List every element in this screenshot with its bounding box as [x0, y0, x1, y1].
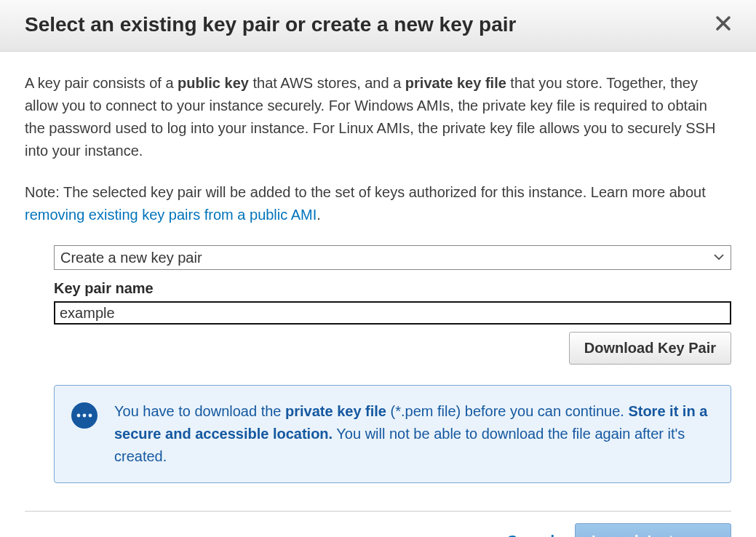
info-text: You have to download the private key fil…: [114, 400, 715, 468]
svg-point-5: [89, 414, 92, 418]
dialog-header: Select an existing key pair or create a …: [0, 0, 756, 52]
cancel-button[interactable]: Cancel: [504, 527, 557, 537]
close-icon[interactable]: [711, 12, 736, 38]
launch-instances-button[interactable]: Launch Instances: [575, 523, 731, 537]
key-pair-dialog: Select an existing key pair or create a …: [0, 0, 756, 537]
info-box: You have to download the private key fil…: [54, 385, 731, 483]
description-paragraph-2: Note: The selected key pair will be adde…: [25, 181, 731, 226]
keypair-option-select[interactable]: Create a new key pair: [54, 245, 731, 270]
info-icon: [71, 402, 98, 468]
keypair-option-select-wrap: Create a new key pair: [54, 245, 731, 270]
keypair-name-input[interactable]: [54, 301, 731, 325]
description-paragraph-1: A key pair consists of a public key that…: [25, 72, 731, 162]
download-keypair-button[interactable]: Download Key Pair: [569, 332, 731, 365]
keypair-name-label: Key pair name: [54, 277, 731, 300]
svg-point-3: [77, 414, 81, 418]
form-block: Create a new key pair Key pair name Down…: [54, 245, 731, 365]
dialog-footer: Cancel Launch Instances: [25, 511, 731, 537]
dialog-body: A key pair consists of a public key that…: [0, 52, 756, 489]
download-row: Download Key Pair: [54, 332, 731, 365]
dialog-title: Select an existing key pair or create a …: [25, 13, 516, 36]
svg-point-4: [83, 414, 87, 418]
remove-keypairs-link[interactable]: removing existing key pairs from a publi…: [25, 207, 317, 223]
